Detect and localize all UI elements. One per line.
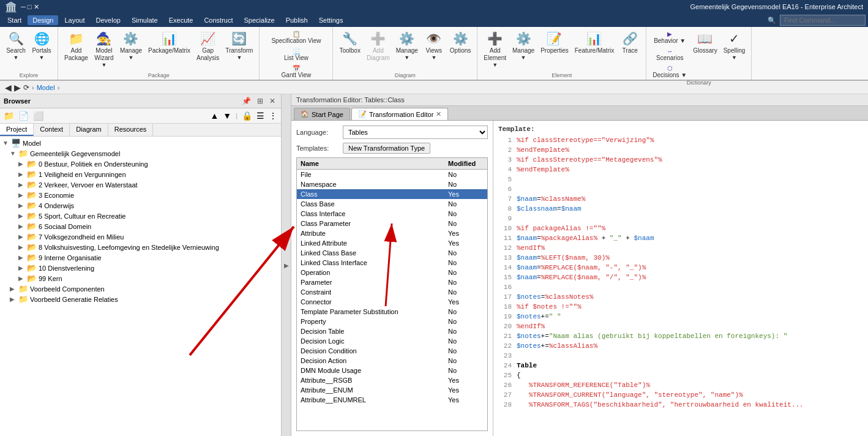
develop-menu-item[interactable]: Develop: [91, 15, 125, 25]
tree-item-2verkeer[interactable]: ▶ 📂 2 Verkeer, Vervoer en Waterstaat: [1, 179, 280, 190]
browser-pin[interactable]: 📌: [240, 96, 253, 106]
list-item-file[interactable]: File No: [297, 170, 487, 179]
design-menu-item[interactable]: Design: [28, 15, 58, 25]
new-diagram-icon[interactable]: 📄: [17, 110, 30, 122]
transform-button[interactable]: 🔄 Transform ▼: [223, 29, 255, 63]
list-item-linked-class-interface[interactable]: Linked Class Interface No: [297, 258, 487, 268]
tab-resources[interactable]: Resources: [108, 124, 154, 136]
expand-panel-button[interactable]: ▶: [282, 94, 291, 436]
list-item-decision-condition[interactable]: Decision Condition No: [297, 346, 487, 356]
more-icon[interactable]: ⋮: [268, 110, 279, 122]
tree-item-0bestuur[interactable]: ▶ 📂 0 Bestuur, Politiek en Ondersteuning: [1, 159, 280, 169]
publish-menu-item[interactable]: Publish: [281, 15, 313, 25]
list-item-class-parameter[interactable]: Class Parameter No: [297, 219, 487, 228]
list-item-class-interface[interactable]: Class Interface No: [297, 209, 487, 219]
list-item-parameter[interactable]: Parameter No: [297, 277, 487, 287]
list-item-template-param-sub[interactable]: Template Parameter Substitution No: [297, 307, 487, 317]
tab-start-page[interactable]: 🏠 Start Page: [294, 108, 350, 120]
list-item-namespace[interactable]: Namespace No: [297, 179, 487, 189]
views-button[interactable]: 👁️ Views ▼: [422, 29, 446, 63]
tree-item-1veiligheid[interactable]: ▶ 📂 1 Veiligheid en Vergunningen: [1, 169, 280, 179]
specialize-menu-item[interactable]: Specialize: [239, 15, 280, 25]
gantt-view-button[interactable]: 📅 Gantt View: [269, 64, 323, 80]
tree-item-5sport[interactable]: ▶ 📂 5 Sport, Cultuur en Recreatie: [1, 211, 280, 221]
list-item-constraint[interactable]: Constraint No: [297, 287, 487, 297]
list-item-operation[interactable]: Operation No: [297, 268, 487, 277]
start-menu-item[interactable]: Start: [2, 15, 26, 25]
list-item-property[interactable]: Property No: [297, 317, 487, 326]
tree-item-voorbeeld-gen[interactable]: ▶ 📁 Voorbeeld Generatie Relaties: [1, 294, 280, 304]
add-element-button[interactable]: ➕ Add Element ▼: [481, 29, 509, 70]
toolbox-button[interactable]: 🔧 Toolbox: [337, 29, 362, 56]
tree-item-voorbeeld-comp[interactable]: ▶ 📁 Voorbeeld Componenten: [1, 284, 280, 294]
settings-menu-item[interactable]: Settings: [314, 15, 348, 25]
layout-menu-item[interactable]: Layout: [59, 15, 89, 25]
browser-close[interactable]: ✕: [268, 96, 277, 106]
nav-back[interactable]: ◀: [5, 83, 12, 92]
list-item-dmn-module[interactable]: DMN Module Usage No: [297, 366, 487, 375]
tree-item-3economie[interactable]: ▶ 📂 3 Economie: [1, 190, 280, 200]
decisions-button[interactable]: ⬡ Decisions ▼: [650, 64, 689, 80]
tree-item-8volkshuisvesting[interactable]: ▶ 📂 8 Volkshuisvesting, Leefomgeving en …: [1, 242, 280, 252]
list-view-button[interactable]: 📃 List View: [269, 47, 323, 62]
add-package-button[interactable]: 📁 Add Package: [62, 29, 91, 64]
tree-item-99kern[interactable]: ▶ 📂 99 Kern: [1, 273, 280, 284]
tree-item-gemeentelijk[interactable]: ▼ 📁 Gemeentelijk Gegevensmodel: [1, 148, 280, 159]
list-item-decision-logic[interactable]: Decision Logic No: [297, 336, 487, 346]
construct-menu-item[interactable]: Construct: [199, 15, 238, 25]
list-item-linked-attribute[interactable]: Linked Attribute Yes: [297, 238, 487, 248]
language-select[interactable]: Tables SQL DDL Java C#: [343, 126, 488, 139]
nav-forward[interactable]: ▶: [14, 83, 21, 92]
behavior-button[interactable]: ▶ Behavior ▼: [650, 29, 689, 45]
tab-context[interactable]: Context: [34, 124, 70, 136]
command-search[interactable]: [780, 15, 866, 26]
list-item-linked-class-base[interactable]: Linked Class Base No: [297, 248, 487, 258]
scenarios-button[interactable]: ↔ Scenarios: [650, 47, 689, 62]
manage-diagram-button[interactable]: ⚙️ Manage ▼: [394, 29, 421, 63]
manage-element-button[interactable]: ⚙️ Manage ▼: [510, 29, 537, 63]
specification-view-button[interactable]: 📋 Specification View: [269, 29, 323, 45]
search-button[interactable]: 🔍 Search ▼: [4, 29, 28, 63]
manage-package-button[interactable]: ⚙️ Manage ▼: [118, 29, 144, 63]
feature-matrix-button[interactable]: 📊 Feature/Matrix: [572, 29, 616, 56]
portals-button[interactable]: 🌐 Portals ▼: [29, 29, 54, 63]
list-item-class[interactable]: Class Yes: [297, 189, 487, 199]
new-transformation-type-button[interactable]: New Transformation Type: [343, 143, 430, 154]
list-item-decision-action[interactable]: Decision Action No: [297, 356, 487, 366]
filter-icon[interactable]: ☰: [255, 110, 266, 122]
arrow-down-icon[interactable]: ▼: [222, 110, 233, 122]
gap-analysis-button[interactable]: 📈 Gap Analysis: [194, 29, 222, 64]
tree-item-4onderwijs[interactable]: ▶ 📂 4 Onderwijs: [1, 200, 280, 211]
tab-close-button[interactable]: ✕: [436, 110, 441, 118]
properties-button[interactable]: 📝 Properties: [538, 29, 571, 56]
tree-item-7volksgezondheid[interactable]: ▶ 📂 7 Volksgezondheid en Milieu: [1, 231, 280, 242]
tree-item-model[interactable]: ▼ 🖥️ Model: [1, 138, 280, 148]
list-item-decision-table[interactable]: Decision Table No: [297, 326, 487, 336]
tree-item-9interne[interactable]: ▶ 📂 9 Interne Organisatie: [1, 252, 280, 263]
tab-transformation-editor[interactable]: 📝 Transformation Editor ✕: [351, 108, 448, 120]
tab-diagram[interactable]: Diagram: [70, 124, 108, 136]
trace-button[interactable]: 🔗 Trace: [618, 29, 642, 56]
new-folder-icon[interactable]: 📁: [2, 110, 15, 122]
list-item-attribute[interactable]: Attribute Yes: [297, 228, 487, 238]
list-item-attribute-enum[interactable]: Attribute__ENUM Yes: [297, 385, 487, 395]
list-item-class-base[interactable]: Class Base No: [297, 199, 487, 209]
simulate-menu-item[interactable]: Simulate: [127, 15, 163, 25]
arrow-up-icon[interactable]: ▲: [209, 110, 220, 122]
list-item-attribute-enumrel[interactable]: Attribute__ENUMREL Yes: [297, 395, 487, 405]
options-button[interactable]: ⚙️ Options: [447, 29, 473, 56]
tab-project[interactable]: Project: [0, 124, 34, 136]
spelling-button[interactable]: ✓ Spelling ▼: [721, 29, 748, 63]
glossary-button[interactable]: 📖 Glossary: [690, 29, 719, 56]
lock-icon[interactable]: 🔒: [241, 110, 253, 122]
execute-menu-item[interactable]: Execute: [164, 15, 198, 25]
browser-expand[interactable]: ⊞: [255, 96, 265, 106]
list-item-connector[interactable]: Connector Yes: [297, 297, 487, 307]
tree-item-6sociaal[interactable]: ▶ 📂 6 Sociaal Domein: [1, 221, 280, 231]
model-wizard-button[interactable]: 🧙 Model Wizard ▼: [92, 29, 116, 70]
new-element-icon[interactable]: ⬜: [32, 110, 45, 122]
tree-item-10dienst[interactable]: ▶ 📂 10 Dienstverlening: [1, 263, 280, 273]
package-matrix-button[interactable]: 📊 Package/Matrix: [146, 29, 193, 56]
breadcrumb-model[interactable]: Model: [37, 84, 55, 91]
nav-refresh[interactable]: ⟳: [23, 83, 29, 92]
